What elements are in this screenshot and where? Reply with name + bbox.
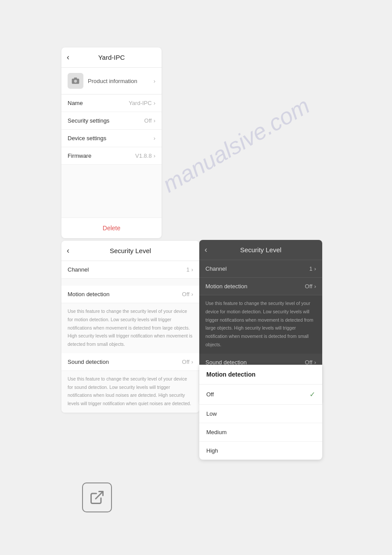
motion-detection-dropdown: Motion detection Off ✓ Low Medium High: [199, 365, 322, 460]
back-button[interactable]: ‹: [67, 53, 69, 62]
right-motion-description: Use this feature to change the security …: [205, 301, 313, 347]
delete-row[interactable]: Delete: [61, 218, 162, 238]
name-row[interactable]: Name Yard-IPC ›: [61, 94, 162, 112]
security-level-left-header: ‹ Security Level: [61, 241, 199, 261]
option-off[interactable]: Off ✓: [199, 385, 322, 405]
left-sound-label: Sound detection: [68, 359, 109, 365]
watermark: manualsive.com: [158, 92, 314, 198]
left-motion-label: Motion detection: [68, 291, 109, 297]
right-channel-chevron: ›: [314, 265, 316, 272]
name-chevron: ›: [154, 100, 155, 106]
right-motion-chevron: ›: [314, 283, 316, 290]
dropdown-header: Motion detection: [199, 365, 322, 385]
right-motion-row[interactable]: Motion detection Off ›: [199, 278, 322, 295]
security-right-back-button[interactable]: ‹: [205, 245, 207, 254]
left-channel-chevron: ›: [191, 266, 193, 273]
left-sound-value: Off ›: [182, 359, 193, 365]
left-channel-value: 1 ›: [186, 266, 193, 273]
left-channel-label: Channel: [68, 266, 89, 273]
camera-icon: [71, 76, 80, 85]
firmware-value: V1.8.8 ›: [135, 152, 155, 159]
name-value: Yard-IPC ›: [129, 100, 155, 106]
option-high[interactable]: High: [199, 442, 322, 460]
left-motion-value: Off ›: [182, 291, 193, 297]
right-motion-value: Off ›: [305, 283, 316, 290]
device-icon: [68, 73, 83, 89]
right-channel-label: Channel: [205, 265, 227, 272]
product-info-row[interactable]: Product information ›: [61, 68, 162, 94]
product-info-chevron: ›: [154, 78, 155, 84]
security-settings-row[interactable]: Security settings Off ›: [61, 112, 162, 130]
right-channel-row[interactable]: Channel 1 ›: [199, 260, 322, 278]
option-high-label: High: [206, 447, 218, 454]
security-settings-value: Off ›: [144, 117, 155, 124]
left-motion-chevron: ›: [191, 291, 193, 297]
share-icon-box[interactable]: [82, 482, 112, 512]
svg-point-1: [74, 80, 77, 83]
option-medium[interactable]: Medium: [199, 423, 322, 442]
option-off-label: Off: [206, 391, 214, 398]
svg-line-3: [96, 492, 103, 499]
left-sound-row[interactable]: Sound detection Off ›: [61, 353, 199, 371]
firmware-label: Firmware: [68, 152, 91, 159]
name-label: Name: [68, 100, 83, 106]
device-settings-chevron: ›: [154, 135, 155, 141]
yard-ipc-header: ‹ Yard-IPC: [61, 47, 162, 68]
empty-area: [61, 165, 162, 218]
device-settings-row[interactable]: Device settings ›: [61, 130, 162, 147]
right-motion-label: Motion detection: [205, 283, 247, 290]
delete-label: Delete: [103, 225, 120, 232]
security-level-left-panel: ‹ Security Level Channel 1 › Motion dete…: [61, 241, 199, 413]
security-left-back-button[interactable]: ‹: [67, 246, 69, 255]
left-channel-row[interactable]: Channel 1 ›: [61, 261, 199, 279]
share-icon-container: [81, 482, 113, 513]
right-motion-description-box: Use this feature to change the security …: [199, 295, 322, 354]
left-motion-description: Use this feature to change the security …: [68, 308, 192, 347]
panel-title: Yard-IPC: [98, 54, 125, 61]
firmware-chevron: ›: [154, 152, 155, 159]
device-settings-label: Device settings: [68, 135, 106, 141]
left-sound-chevron: ›: [191, 359, 193, 365]
left-motion-section: [61, 279, 199, 286]
yard-ipc-panel: ‹ Yard-IPC Product information › Name Ya…: [61, 47, 162, 238]
security-chevron: ›: [154, 117, 155, 124]
right-channel-value: 1 ›: [309, 265, 316, 272]
left-motion-description-box: Use this feature to change the security …: [61, 303, 199, 353]
security-level-left-title: Security Level: [110, 247, 151, 254]
option-low[interactable]: Low: [199, 405, 322, 423]
option-medium-label: Medium: [206, 429, 227, 435]
left-motion-row[interactable]: Motion detection Off ›: [61, 286, 199, 303]
option-low-label: Low: [206, 410, 217, 417]
left-sound-description: Use this feature to change the security …: [68, 376, 191, 406]
product-info-label: Product information: [88, 78, 152, 84]
security-level-right-header: ‹ Security Level: [199, 240, 322, 260]
svg-rect-2: [74, 78, 77, 79]
security-settings-label: Security settings: [68, 117, 109, 124]
security-level-right-title: Security Level: [240, 246, 281, 254]
share-icon: [89, 490, 105, 505]
option-off-check: ✓: [309, 390, 315, 399]
left-sound-description-box: Use this feature to change the security …: [61, 371, 199, 413]
firmware-row[interactable]: Firmware V1.8.8 ›: [61, 147, 162, 165]
